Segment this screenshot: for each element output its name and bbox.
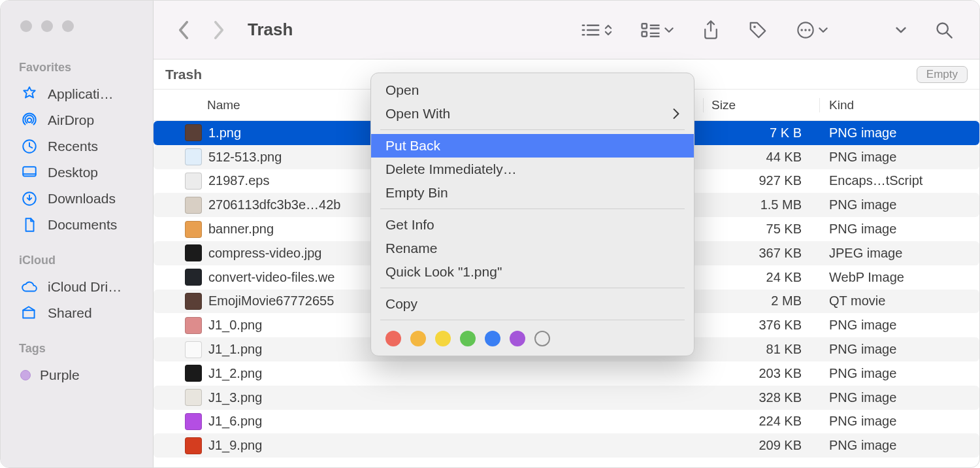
file-name: J1_3.png [208, 390, 484, 405]
svg-rect-12 [642, 31, 647, 36]
sidebar-item-applicati[interactable]: Applicati… [1, 81, 153, 107]
menu-put-back[interactable]: Put Back [371, 134, 694, 158]
chevron-down-icon[interactable] [896, 26, 906, 34]
tag-color[interactable] [485, 331, 500, 346]
tag-color[interactable] [460, 331, 476, 346]
share-icon[interactable] [702, 20, 719, 40]
file-size: 2 MB [704, 293, 820, 309]
sidebar-item-desktop[interactable]: Desktop [1, 159, 153, 186]
file-icon [185, 173, 202, 190]
tag-icon[interactable] [748, 20, 768, 40]
menu-get-info[interactable]: Get Info [371, 213, 694, 237]
tag-color[interactable] [510, 331, 525, 346]
menu-delete-immediately[interactable]: Delete Immediately… [371, 158, 694, 181]
favorites-header: Favorites [1, 57, 153, 81]
close-dot[interactable] [20, 20, 32, 32]
toolbar: Trash [154, 1, 979, 59]
file-icon [185, 244, 202, 261]
main-content: Trash [154, 1, 979, 467]
tag-color[interactable] [435, 331, 451, 346]
svg-point-0 [27, 118, 32, 123]
sidebar-item-airdrop[interactable]: AirDrop [1, 107, 153, 133]
sidebar-item-recents[interactable]: Recents [1, 133, 153, 159]
file-icon [185, 341, 202, 358]
file-icon [185, 437, 202, 454]
file-kind: PNG image [820, 438, 979, 453]
icloud-header: iCloud [1, 250, 153, 274]
file-kind: PNG image [820, 197, 979, 212]
sidebar-item-iclouddri[interactable]: iCloud Dri… [1, 274, 153, 300]
forward-button[interactable] [204, 16, 233, 44]
table-row[interactable]: J1_6.png224 KBPNG image [154, 410, 979, 434]
column-size[interactable]: Size [704, 98, 820, 112]
file-size: 7 K B [704, 125, 820, 141]
table-row[interactable]: J1_2.png203 KBPNG image [154, 361, 979, 386]
tag-color[interactable] [410, 331, 426, 346]
column-kind[interactable]: Kind [820, 98, 979, 112]
file-icon [185, 124, 202, 141]
maximize-dot[interactable] [62, 20, 74, 32]
empty-button[interactable]: Empty [917, 66, 968, 83]
svg-point-20 [804, 29, 807, 31]
shared-icon [20, 305, 39, 321]
chevron-right-icon [673, 109, 679, 119]
menu-open[interactable]: Open [371, 78, 694, 102]
tag-none[interactable] [534, 331, 550, 346]
file-kind: PNG image [820, 366, 979, 381]
svg-point-22 [938, 23, 948, 33]
file-kind: QT movie [820, 293, 979, 309]
sidebar-item-documents[interactable]: Documents [1, 212, 153, 238]
view-list-icon[interactable] [581, 23, 612, 37]
file-kind: Encaps…tScript [820, 173, 979, 188]
file-size: 44 KB [704, 150, 820, 165]
file-name: J1_6.png [208, 414, 484, 429]
menu-rename[interactable]: Rename [371, 237, 694, 260]
sidebar-item-shared[interactable]: Shared [1, 300, 153, 326]
table-row[interactable]: J1_9.png209 KBPNG image [154, 433, 979, 458]
file-icon [185, 365, 202, 382]
back-button[interactable] [169, 16, 198, 44]
sidebar-item-label: Applicati… [48, 86, 113, 102]
svg-point-17 [753, 25, 756, 28]
minimize-dot[interactable] [41, 20, 53, 32]
action-icon[interactable] [796, 21, 828, 39]
airdrop-icon [20, 112, 39, 128]
file-size: 376 KB [704, 318, 820, 333]
sidebar-item-label: Purple [40, 367, 80, 383]
file-size: 328 KB [704, 390, 820, 405]
file-kind: WebP Image [820, 270, 979, 285]
file-kind: PNG image [820, 125, 979, 141]
menu-quick-look[interactable]: Quick Look "1.png" [371, 260, 694, 284]
finder-window: Favorites Applicati…AirDropRecentsDeskto… [1, 1, 979, 467]
group-icon[interactable] [641, 23, 674, 37]
menu-copy[interactable]: Copy [371, 292, 694, 316]
menu-open-with[interactable]: Open With [371, 102, 694, 125]
sidebar-item-downloads[interactable]: Downloads [1, 186, 153, 212]
file-kind: PNG image [820, 414, 979, 429]
file-name: J1_2.png [208, 366, 484, 381]
menu-empty-bin[interactable]: Empty Bin [371, 181, 694, 205]
svg-point-21 [808, 29, 811, 31]
svg-rect-2 [23, 167, 36, 176]
file-kind: PNG image [820, 342, 979, 357]
file-size: 24 KB [704, 270, 820, 285]
sidebar-item-label: AirDrop [48, 112, 94, 128]
search-icon[interactable] [935, 21, 953, 39]
table-row[interactable]: J1_3.png328 KBPNG image [154, 386, 979, 410]
file-icon [185, 293, 202, 310]
file-size: 81 KB [704, 342, 820, 357]
svg-rect-11 [642, 24, 647, 28]
file-kind: PNG image [820, 390, 979, 405]
menu-separator [380, 320, 685, 320]
file-kind: PNG image [820, 150, 979, 165]
tag-color[interactable] [385, 331, 401, 346]
file-size: 203 KB [704, 366, 820, 381]
context-menu: Open Open With Put Back Delete Immediate… [370, 73, 694, 356]
window-controls [1, 20, 153, 32]
menu-separator [380, 129, 685, 130]
location-title: Trash [165, 67, 202, 82]
sidebar-item-label: Downloads [48, 191, 116, 207]
sidebar-item-label: Documents [48, 217, 117, 233]
sidebar-tag-purple[interactable]: Purple [1, 362, 153, 388]
desktop-icon [20, 165, 39, 180]
